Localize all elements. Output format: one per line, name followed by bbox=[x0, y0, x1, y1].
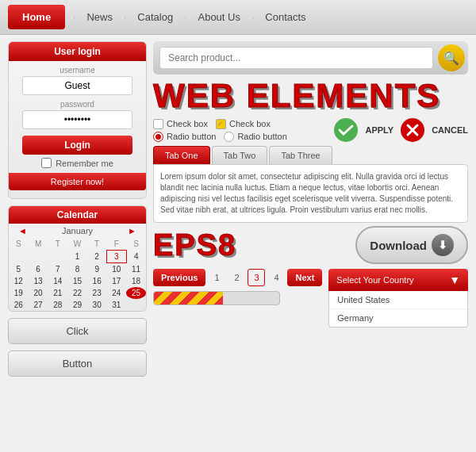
country-item-de[interactable]: Germany bbox=[329, 309, 467, 327]
search-bar: 🔍 bbox=[153, 41, 468, 75]
nav-sep-3: · bbox=[184, 12, 186, 23]
password-input[interactable] bbox=[22, 110, 132, 129]
calendar-title: Calendar bbox=[9, 206, 146, 224]
search-button[interactable]: 🔍 bbox=[438, 44, 465, 71]
username-input[interactable] bbox=[22, 76, 132, 95]
pagination-progress-col: Previous 1 2 3 4 Next bbox=[153, 269, 322, 305]
tab-two[interactable]: Tab Two bbox=[212, 146, 268, 164]
nav-home[interactable]: Home bbox=[8, 5, 65, 29]
cal-day-cell[interactable]: 23 bbox=[87, 287, 107, 299]
nav-aboutus[interactable]: About Us bbox=[190, 8, 248, 26]
country-dropdown-arrow-icon: ▼ bbox=[449, 274, 460, 286]
radios-line: Radio button Radio button bbox=[153, 132, 287, 142]
remember-me-checkbox[interactable] bbox=[41, 158, 52, 168]
nav-news[interactable]: News bbox=[79, 8, 121, 26]
cal-day-cell[interactable]: 14 bbox=[48, 275, 67, 287]
cal-day-cell[interactable]: 30 bbox=[87, 299, 107, 311]
tabs-container: Tab One Tab Two Tab Three Lorem ipsum do… bbox=[153, 146, 468, 223]
cal-day-cell[interactable]: 12 bbox=[9, 275, 29, 287]
download-button[interactable]: Download ⬇ bbox=[355, 226, 468, 264]
country-select-header[interactable]: Select Your Country ▼ bbox=[328, 269, 468, 291]
checkbox-1-input[interactable] bbox=[153, 119, 163, 129]
cal-day-cell[interactable]: 18 bbox=[126, 275, 146, 287]
radio-2-label: Radio button bbox=[237, 132, 286, 141]
cal-day-cell[interactable]: 28 bbox=[48, 299, 67, 311]
cal-day-cell[interactable]: 10 bbox=[107, 263, 127, 276]
cal-day-cell[interactable]: 1 bbox=[67, 251, 87, 263]
cal-day-m: M bbox=[29, 238, 48, 251]
calendar-grid: S M T W T F S 12345678910111213141516171… bbox=[9, 238, 146, 311]
cal-day-cell[interactable]: 22 bbox=[67, 287, 87, 299]
cal-day-cell[interactable]: 24 bbox=[107, 287, 127, 299]
nav-bar: Home · News · Catalog · About Us · Conta… bbox=[0, 0, 476, 35]
apply-icon[interactable] bbox=[333, 117, 359, 143]
nav-sep-1: · bbox=[73, 12, 75, 23]
cal-day-cell[interactable]: 3 bbox=[107, 251, 127, 263]
cal-day-cell bbox=[126, 299, 146, 311]
svg-point-0 bbox=[334, 118, 358, 142]
cal-prev-btn[interactable]: ◄ bbox=[15, 226, 30, 236]
register-link[interactable]: Register now! bbox=[9, 173, 146, 190]
cancel-label: CANCEL bbox=[432, 125, 468, 135]
cal-day-cell[interactable]: 4 bbox=[126, 251, 146, 263]
country-item-us[interactable]: United States bbox=[329, 291, 467, 309]
cal-day-cell[interactable]: 21 bbox=[48, 287, 67, 299]
next-button[interactable]: Next bbox=[287, 269, 322, 286]
cal-next-btn[interactable]: ► bbox=[125, 226, 140, 236]
checkbox-1-label: Check box bbox=[167, 119, 208, 128]
cal-week-row: 12131415161718 bbox=[9, 275, 146, 287]
cal-day-cell[interactable]: 5 bbox=[9, 263, 29, 276]
cal-day-cell[interactable]: 6 bbox=[29, 263, 48, 276]
cal-day-cell[interactable]: 26 bbox=[9, 299, 29, 311]
page-3[interactable]: 3 bbox=[248, 269, 265, 286]
radio-1-dot bbox=[155, 134, 161, 140]
cal-day-cell[interactable]: 17 bbox=[107, 275, 127, 287]
cancel-icon[interactable] bbox=[400, 117, 425, 143]
button-button[interactable]: Button bbox=[8, 350, 147, 377]
download-label: Download bbox=[370, 239, 427, 252]
radio-2-input[interactable] bbox=[224, 132, 234, 142]
cal-day-cell[interactable]: 27 bbox=[29, 299, 48, 311]
cal-week-row: 567891011 bbox=[9, 263, 146, 276]
radio-1-input[interactable] bbox=[153, 132, 163, 142]
country-dropdown: Select Your Country ▼ United States Germ… bbox=[328, 269, 468, 328]
tab-one[interactable]: Tab One bbox=[153, 146, 210, 164]
prev-button[interactable]: Previous bbox=[153, 269, 205, 286]
cal-day-cell bbox=[29, 251, 48, 263]
cal-day-cell[interactable]: 25 bbox=[126, 287, 146, 299]
checkbox-2: ✓ Check box bbox=[216, 119, 271, 129]
cal-day-cell[interactable]: 11 bbox=[126, 263, 146, 276]
cal-day-cell[interactable]: 13 bbox=[29, 275, 48, 287]
cal-day-cell[interactable]: 19 bbox=[9, 287, 29, 299]
progress-bar bbox=[153, 291, 280, 305]
bottom-row: Previous 1 2 3 4 Next Select Your Countr… bbox=[153, 269, 468, 328]
click-button[interactable]: Click bbox=[8, 318, 147, 344]
nav-contacts[interactable]: Contacts bbox=[257, 8, 313, 26]
page-2[interactable]: 2 bbox=[228, 269, 245, 286]
remember-me-label: Remember me bbox=[56, 159, 113, 168]
page-1[interactable]: 1 bbox=[208, 269, 225, 286]
country-select-label: Select Your Country bbox=[336, 275, 413, 285]
cal-day-s2: S bbox=[126, 238, 146, 251]
cal-day-cell[interactable]: 8 bbox=[67, 263, 87, 276]
cal-day-cell[interactable]: 7 bbox=[48, 263, 67, 276]
nav-sep-4: · bbox=[251, 12, 254, 23]
login-box: User login username password Login Remem… bbox=[8, 41, 147, 199]
search-input[interactable] bbox=[159, 47, 433, 69]
cal-day-cell[interactable]: 15 bbox=[67, 275, 87, 287]
cal-day-cell bbox=[9, 251, 29, 263]
page-4[interactable]: 4 bbox=[267, 269, 285, 286]
nav-catalog[interactable]: Catalog bbox=[129, 8, 181, 26]
cal-day-t2: T bbox=[87, 238, 107, 251]
cal-day-cell[interactable]: 9 bbox=[87, 263, 107, 276]
tab-three[interactable]: Tab Three bbox=[269, 146, 332, 164]
cal-day-cell[interactable]: 20 bbox=[29, 287, 48, 299]
cal-day-w: W bbox=[67, 238, 87, 251]
cal-day-cell[interactable]: 31 bbox=[107, 299, 127, 311]
cal-day-cell[interactable]: 29 bbox=[67, 299, 87, 311]
checkbox-2-input[interactable]: ✓ bbox=[216, 119, 226, 129]
login-button[interactable]: Login bbox=[22, 136, 132, 155]
radio-1-label: Radio button bbox=[167, 132, 216, 141]
cal-day-cell[interactable]: 2 bbox=[87, 251, 107, 263]
cal-day-cell[interactable]: 16 bbox=[87, 275, 107, 287]
